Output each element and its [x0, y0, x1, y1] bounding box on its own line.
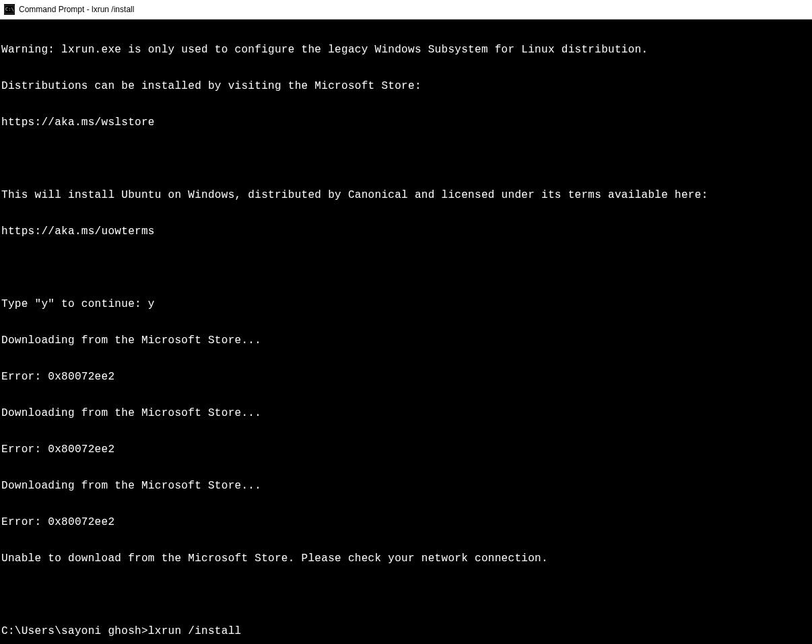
terminal-line: Downloading from the Microsoft Store... [1, 334, 811, 347]
terminal-output[interactable]: Warning: lxrun.exe is only used to confi… [0, 20, 812, 644]
window-title: Command Prompt - lxrun /install [19, 5, 808, 14]
cmd-icon: C:\ [4, 4, 15, 15]
terminal-line: Type "y" to continue: y [1, 298, 811, 310]
terminal-line: Error: 0x80072ee2 [1, 371, 811, 383]
terminal-line: Distributions can be installed by visiti… [1, 80, 811, 92]
terminal-line: C:\Users\sayoni ghosh>lxrun /install [1, 625, 811, 637]
terminal-line: Unable to download from the Microsoft St… [1, 552, 811, 565]
window-titlebar[interactable]: C:\ Command Prompt - lxrun /install [0, 0, 812, 20]
terminal-line: This will install Ubuntu on Windows, dis… [1, 189, 811, 201]
terminal-line: Downloading from the Microsoft Store... [1, 407, 811, 419]
terminal-line: Error: 0x80072ee2 [1, 443, 811, 456]
terminal-line [1, 262, 811, 274]
terminal-line: https://aka.ms/uowterms [1, 225, 811, 238]
terminal-line: Error: 0x80072ee2 [1, 516, 811, 528]
terminal-line: https://aka.ms/wslstore [1, 116, 811, 129]
svg-text:C:\: C:\ [5, 7, 14, 12]
terminal-line [1, 589, 811, 601]
terminal-line: Downloading from the Microsoft Store... [1, 480, 811, 492]
terminal-line [1, 153, 811, 165]
terminal-line: Warning: lxrun.exe is only used to confi… [1, 44, 811, 56]
